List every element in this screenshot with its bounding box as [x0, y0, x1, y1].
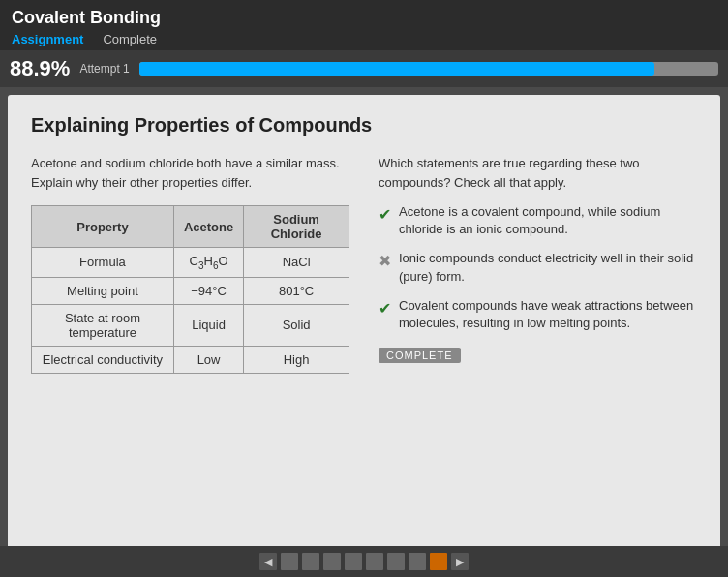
answer-3: ✔ Covalent compounds have weak attractio… [379, 297, 697, 332]
answer-2-text: Ionic compounds conduct electricity well… [399, 250, 697, 285]
table-row: State at room temperature Liquid Solid [32, 304, 349, 346]
x-icon-2: ✖ [379, 251, 391, 272]
content-area: Acetone and sodium chloride both have a … [31, 154, 697, 374]
bottom-nav: ◀ ▶ [0, 546, 728, 577]
next-arrow[interactable]: ▶ [451, 553, 469, 570]
prev-arrow[interactable]: ◀ [259, 553, 277, 570]
header: Covalent Bonding Assignment Complete [0, 0, 728, 50]
col-acetone: Acetone [173, 206, 243, 248]
check-icon-1: ✔ [379, 204, 391, 226]
right-question: Which statements are true regarding thes… [379, 154, 697, 192]
check-icon-3: ✔ [379, 298, 391, 319]
progress-track [139, 62, 718, 76]
answer-2: ✖ Ionic compounds conduct electricity we… [379, 250, 697, 285]
nav-dot-3[interactable] [323, 553, 341, 570]
complete-badge: COMPLETE [379, 348, 461, 363]
nav-complete[interactable]: Complete [103, 32, 157, 46]
nav-dot-2[interactable] [302, 553, 319, 570]
nav-dot-7[interactable] [409, 553, 426, 570]
nav-dot-8[interactable] [430, 553, 447, 570]
question-title: Explaining Properties of Compounds [31, 114, 697, 137]
progress-fill [139, 62, 654, 76]
nav-dot-6[interactable] [387, 553, 405, 570]
left-panel: Acetone and sodium chloride both have a … [31, 154, 349, 374]
description: Acetone and sodium chloride both have a … [31, 154, 349, 192]
attempt-label: Attempt 1 [79, 62, 129, 76]
nav-dot-5[interactable] [366, 553, 383, 570]
progress-bar-container: 88.9% Attempt 1 [0, 50, 728, 87]
col-sodium-chloride: Sodium Chloride [244, 206, 349, 248]
nav-bar: Assignment Complete [12, 32, 716, 46]
score-display: 88.9% [10, 56, 70, 81]
table-row: Melting point −94°C 801°C [32, 277, 349, 304]
page-title: Covalent Bonding [12, 8, 716, 28]
right-panel: Which statements are true regarding thes… [379, 154, 697, 374]
table-row: Formula C3H6O NaCl [32, 248, 349, 278]
answer-1-text: Acetone is a covalent compound, while so… [399, 203, 697, 238]
answer-1: ✔ Acetone is a covalent compound, while … [379, 203, 697, 238]
nav-assignment[interactable]: Assignment [12, 32, 83, 46]
table-row: Electrical conductivity Low High [32, 346, 349, 373]
properties-table: Property Acetone Sodium Chloride Formula… [31, 205, 349, 374]
nav-dot-4[interactable] [345, 553, 362, 570]
answer-3-text: Covalent compounds have weak attractions… [399, 297, 697, 332]
nav-dot-1[interactable] [281, 553, 298, 570]
main-content: Explaining Properties of Compounds Aceto… [8, 95, 720, 550]
col-property: Property [32, 206, 174, 248]
